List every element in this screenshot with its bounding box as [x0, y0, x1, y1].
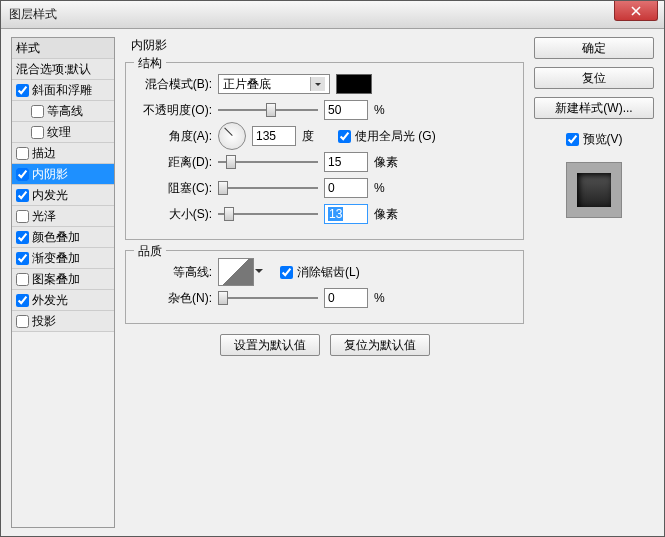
noise-label: 杂色(N):	[136, 290, 212, 307]
right-sidebar: 确定 复位 新建样式(W)... 预览(V)	[534, 37, 654, 528]
sidebar-checkbox[interactable]	[16, 189, 29, 202]
size-input[interactable]: 13	[324, 204, 368, 224]
sidebar-item-label: 等高线	[47, 103, 83, 120]
styles-sidebar: 样式 混合选项:默认 斜面和浮雕等高线纹理描边内阴影内发光光泽颜色叠加渐变叠加图…	[11, 37, 115, 528]
choke-label: 阻塞(C):	[136, 180, 212, 197]
sidebar-checkbox[interactable]	[16, 252, 29, 265]
sidebar-checkbox[interactable]	[31, 126, 44, 139]
sidebar-item-label: 内阴影	[32, 166, 68, 183]
blend-mode-label: 混合模式(B):	[136, 76, 212, 93]
sidebar-checkbox[interactable]	[16, 294, 29, 307]
sidebar-item-0[interactable]: 斜面和浮雕	[12, 80, 114, 101]
sidebar-item-4[interactable]: 内阴影	[12, 164, 114, 185]
sidebar-item-6[interactable]: 光泽	[12, 206, 114, 227]
shadow-color-swatch[interactable]	[336, 74, 372, 94]
preview-checkbox[interactable]: 预览(V)	[534, 131, 654, 148]
quality-title: 品质	[134, 243, 166, 260]
quality-group: 品质 等高线: 消除锯齿(L) 杂色(N): 0 %	[125, 250, 524, 324]
sidebar-item-label: 外发光	[32, 292, 68, 309]
angle-input[interactable]: 135	[252, 126, 296, 146]
sidebar-item-1[interactable]: 等高线	[12, 101, 114, 122]
sidebar-item-label: 描边	[32, 145, 56, 162]
opacity-row: 不透明度(O): 50 %	[136, 97, 513, 123]
structure-group: 结构 混合模式(B): 正片叠底 不透明度(O): 50 % 角度(A):	[125, 62, 524, 240]
size-slider[interactable]	[218, 206, 318, 222]
sidebar-item-label: 光泽	[32, 208, 56, 225]
choke-slider[interactable]	[218, 180, 318, 196]
distance-slider[interactable]	[218, 154, 318, 170]
sidebar-item-8[interactable]: 渐变叠加	[12, 248, 114, 269]
sidebar-checkbox[interactable]	[31, 105, 44, 118]
angle-label: 角度(A):	[136, 128, 212, 145]
noise-slider[interactable]	[218, 290, 318, 306]
angle-dial[interactable]	[218, 122, 246, 150]
opacity-label: 不透明度(O):	[136, 102, 212, 119]
sidebar-checkbox[interactable]	[16, 168, 29, 181]
sidebar-item-label: 斜面和浮雕	[32, 82, 92, 99]
sidebar-item-3[interactable]: 描边	[12, 143, 114, 164]
opacity-input[interactable]: 50	[324, 100, 368, 120]
distance-unit: 像素	[374, 154, 404, 171]
cancel-button[interactable]: 复位	[534, 67, 654, 89]
sidebar-blend-options[interactable]: 混合选项:默认	[12, 59, 114, 80]
sidebar-item-5[interactable]: 内发光	[12, 185, 114, 206]
noise-input[interactable]: 0	[324, 288, 368, 308]
sidebar-item-label: 图案叠加	[32, 271, 80, 288]
sidebar-checkbox[interactable]	[16, 84, 29, 97]
sidebar-item-label: 纹理	[47, 124, 71, 141]
reset-default-button[interactable]: 复位为默认值	[330, 334, 430, 356]
sidebar-item-label: 投影	[32, 313, 56, 330]
make-default-button[interactable]: 设置为默认值	[220, 334, 320, 356]
opacity-unit: %	[374, 103, 404, 117]
titlebar: 图层样式	[1, 1, 664, 29]
noise-row: 杂色(N): 0 %	[136, 285, 513, 311]
new-style-button[interactable]: 新建样式(W)...	[534, 97, 654, 119]
noise-unit: %	[374, 291, 404, 305]
defaults-row: 设置为默认值 复位为默认值	[125, 334, 524, 356]
sidebar-checkbox[interactable]	[16, 273, 29, 286]
sidebar-item-label: 内发光	[32, 187, 68, 204]
ok-button[interactable]: 确定	[534, 37, 654, 59]
sidebar-header[interactable]: 样式	[12, 38, 114, 59]
size-unit: 像素	[374, 206, 404, 223]
angle-row: 角度(A): 135 度 使用全局光 (G)	[136, 123, 513, 149]
main-area: 内阴影 结构 混合模式(B): 正片叠底 不透明度(O): 50 %	[125, 37, 654, 528]
distance-row: 距离(D): 15 像素	[136, 149, 513, 175]
panel-title: 内阴影	[131, 37, 524, 54]
sidebar-checkbox[interactable]	[16, 315, 29, 328]
distance-label: 距离(D):	[136, 154, 212, 171]
global-light-checkbox[interactable]: 使用全局光 (G)	[338, 128, 436, 145]
contour-row: 等高线: 消除锯齿(L)	[136, 259, 513, 285]
choke-row: 阻塞(C): 0 %	[136, 175, 513, 201]
angle-unit: 度	[302, 128, 332, 145]
size-label: 大小(S):	[136, 206, 212, 223]
sidebar-item-label: 渐变叠加	[32, 250, 80, 267]
size-row: 大小(S): 13 像素	[136, 201, 513, 227]
opacity-slider[interactable]	[218, 102, 318, 118]
dialog-content: 样式 混合选项:默认 斜面和浮雕等高线纹理描边内阴影内发光光泽颜色叠加渐变叠加图…	[1, 29, 664, 536]
sidebar-item-11[interactable]: 投影	[12, 311, 114, 332]
blend-mode-row: 混合模式(B): 正片叠底	[136, 71, 513, 97]
sidebar-checkbox[interactable]	[16, 210, 29, 223]
close-button[interactable]	[614, 1, 658, 21]
sidebar-item-label: 颜色叠加	[32, 229, 80, 246]
sidebar-item-9[interactable]: 图案叠加	[12, 269, 114, 290]
sidebar-checkbox[interactable]	[16, 231, 29, 244]
distance-input[interactable]: 15	[324, 152, 368, 172]
close-icon	[631, 6, 641, 16]
settings-panel: 内阴影 结构 混合模式(B): 正片叠底 不透明度(O): 50 %	[125, 37, 524, 528]
structure-title: 结构	[134, 55, 166, 72]
layer-style-dialog: 图层样式 样式 混合选项:默认 斜面和浮雕等高线纹理描边内阴影内发光光泽颜色叠加…	[0, 0, 665, 537]
choke-unit: %	[374, 181, 404, 195]
contour-label: 等高线:	[136, 264, 212, 281]
antialias-checkbox[interactable]: 消除锯齿(L)	[280, 264, 360, 281]
choke-input[interactable]: 0	[324, 178, 368, 198]
contour-picker[interactable]	[218, 258, 254, 286]
sidebar-item-10[interactable]: 外发光	[12, 290, 114, 311]
sidebar-checkbox[interactable]	[16, 147, 29, 160]
window-title: 图层样式	[5, 6, 57, 23]
blend-mode-select[interactable]: 正片叠底	[218, 74, 330, 94]
sidebar-item-7[interactable]: 颜色叠加	[12, 227, 114, 248]
sidebar-item-2[interactable]: 纹理	[12, 122, 114, 143]
preview-thumbnail	[566, 162, 622, 218]
